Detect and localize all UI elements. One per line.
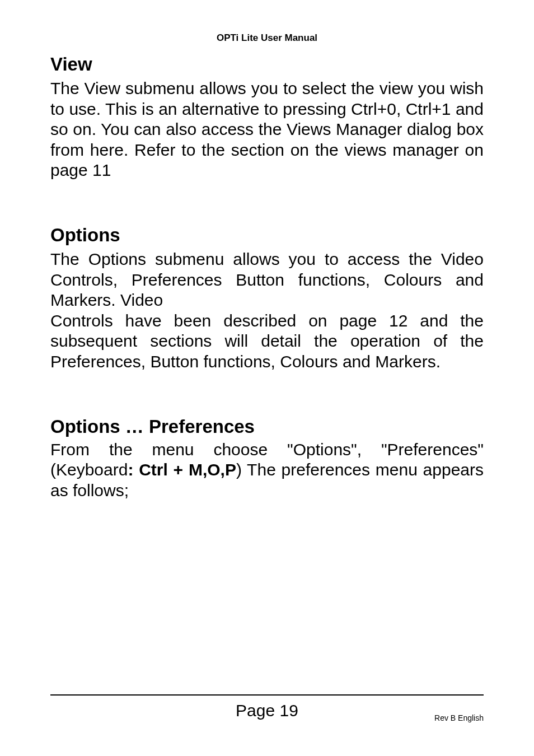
- footer-divider: [50, 694, 484, 696]
- heading-view: View: [50, 54, 484, 75]
- document-header: OPTi Lite User Manual: [50, 32, 484, 44]
- paragraph-options-a: The Options submenu allows you to access…: [50, 249, 484, 311]
- heading-options: Options: [50, 225, 484, 246]
- page-footer: Page 19 Rev B English: [0, 694, 534, 724]
- heading-options-preferences: Options … Preferences: [50, 416, 484, 437]
- page-content: OPTi Lite User Manual View The View subm…: [0, 0, 534, 501]
- revision-label: Rev B English: [434, 713, 484, 722]
- paragraph-options-preferences: From the menu choose "Options", "Prefere…: [50, 440, 484, 501]
- paragraph-options-b: Controls have been described on page 12 …: [50, 311, 484, 372]
- optpref-shortcut: : Ctrl + M,O,P: [128, 460, 236, 479]
- paragraph-view: The View submenu allows you to select th…: [50, 78, 484, 181]
